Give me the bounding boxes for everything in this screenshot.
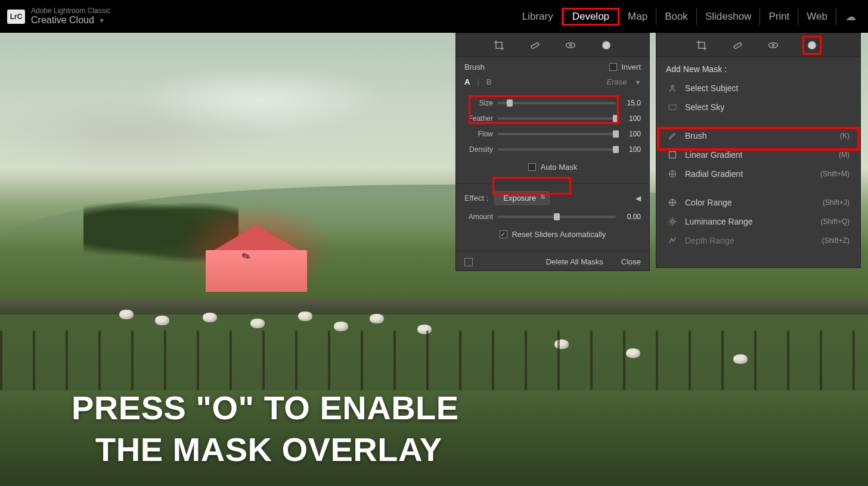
- module-picker: Library Develop Map Book Slideshow Print…: [514, 8, 861, 26]
- crop-icon[interactable]: [492, 39, 506, 52]
- healing-icon[interactable]: [528, 39, 541, 52]
- size-label: Size: [464, 99, 498, 107]
- module-book[interactable]: Book: [656, 8, 697, 25]
- mask-shortcut: (Shift+Q): [821, 217, 850, 226]
- module-print[interactable]: Print: [760, 8, 798, 25]
- density-slider[interactable]: [498, 148, 616, 151]
- panel-switch-icon[interactable]: [464, 258, 473, 266]
- reset-checkbox[interactable]: ✓: [500, 230, 507, 238]
- close-button[interactable]: Close: [621, 257, 641, 266]
- module-slideshow[interactable]: Slideshow: [697, 8, 761, 25]
- brush-icon: [667, 130, 678, 141]
- module-develop[interactable]: Develop: [570, 10, 612, 23]
- automask-label: Auto Mask: [541, 163, 577, 172]
- add-mask-title: Add New Mask :: [656, 57, 860, 79]
- svg-rect-9: [669, 105, 676, 110]
- delete-all-masks-button[interactable]: Delete All Masks: [546, 257, 603, 266]
- automask-checkbox[interactable]: [528, 163, 536, 171]
- masking-icon[interactable]: [600, 39, 613, 52]
- flow-value: 100: [621, 130, 641, 138]
- svg-point-7: [808, 41, 816, 49]
- mask-item-label: Linear Gradient: [685, 150, 743, 160]
- slider-flow-row: Flow 100: [464, 127, 641, 141]
- sky-icon: [667, 102, 678, 113]
- svg-rect-0: [531, 42, 539, 49]
- mask-item-label: Select Subject: [685, 83, 739, 93]
- effect-collapse-icon[interactable]: ◀: [636, 194, 641, 202]
- mask-depth-range: Depth Range (Shift+Z): [656, 231, 860, 250]
- top-bar: LrC Adobe Lightroom Classic Creative Clo…: [0, 0, 868, 33]
- mask-shortcut: (Shift+Z): [822, 236, 850, 245]
- radial-gradient-icon: [667, 169, 678, 179]
- slider-size-row: Size 15.0: [464, 96, 641, 110]
- density-value: 100: [621, 145, 641, 154]
- creative-cloud-menu[interactable]: Creative Cloud ▼: [31, 15, 110, 26]
- mask-color-range[interactable]: Color Range (Shift+J): [656, 193, 860, 212]
- luminance-icon: [667, 216, 678, 227]
- module-web[interactable]: Web: [798, 8, 836, 25]
- module-library[interactable]: Library: [514, 8, 562, 25]
- brush-tab-b[interactable]: B: [486, 77, 492, 86]
- subject-icon: [667, 83, 678, 94]
- healing-icon[interactable]: [731, 39, 744, 52]
- slider-amount-row: Amount 0.00: [464, 210, 641, 224]
- mask-item-label: Radial Gradient: [685, 169, 743, 179]
- crop-icon[interactable]: [695, 39, 708, 52]
- creative-cloud-label: Creative Cloud: [31, 15, 94, 26]
- mask-panel: Add New Mask : Select Subject Select Sky…: [656, 33, 861, 268]
- mask-radial-gradient[interactable]: Radial Gradient (Shift+M): [656, 164, 860, 183]
- density-label: Density: [464, 145, 498, 154]
- mask-linear-gradient[interactable]: Linear Gradient (M): [656, 145, 860, 164]
- svg-point-8: [671, 85, 674, 88]
- cloud-sync-icon[interactable]: ☁: [845, 10, 856, 23]
- instruction-caption: PRESS "O" TO ENABLE THE MASK OVERLAY: [72, 387, 459, 471]
- flow-label: Flow: [464, 130, 498, 138]
- feather-slider[interactable]: [498, 117, 616, 120]
- depth-icon: [667, 235, 678, 246]
- highlight-develop: Develop: [562, 8, 619, 26]
- mask-brush[interactable]: Brush (K): [656, 126, 860, 145]
- svg-rect-4: [733, 42, 742, 49]
- flow-slider[interactable]: [498, 133, 616, 135]
- mask-shortcut: (Shift+J): [823, 198, 850, 207]
- mask-select-subject[interactable]: Select Subject: [656, 79, 860, 98]
- brush-title: Brush: [464, 63, 485, 71]
- amount-label: Amount: [464, 213, 498, 221]
- svg-point-14: [671, 220, 674, 223]
- effect-label: Effect :: [464, 194, 488, 202]
- collapse-icon[interactable]: ▼: [635, 79, 641, 86]
- brush-tab-a[interactable]: A: [464, 77, 470, 86]
- feather-value: 100: [621, 114, 641, 123]
- svg-point-5: [769, 42, 778, 47]
- svg-point-11: [669, 171, 676, 177]
- amount-value: 0.00: [621, 213, 641, 221]
- redeye-icon[interactable]: [564, 39, 577, 52]
- mask-shortcut: (K): [840, 132, 850, 140]
- svg-point-1: [566, 42, 575, 47]
- size-slider[interactable]: [498, 102, 616, 104]
- module-map[interactable]: Map: [619, 8, 656, 25]
- mask-item-label: Luminance Range: [685, 217, 753, 226]
- svg-point-3: [602, 41, 610, 49]
- app-logo: LrC: [7, 10, 25, 24]
- mask-item-label: Brush: [685, 131, 707, 141]
- photo-house: [197, 232, 316, 292]
- amount-slider[interactable]: [498, 216, 616, 218]
- svg-point-6: [772, 44, 774, 46]
- mask-item-label: Color Range: [685, 198, 732, 207]
- invert-label: Invert: [621, 63, 641, 71]
- redeye-icon[interactable]: [767, 39, 780, 52]
- erase-mode[interactable]: Erase: [607, 77, 627, 86]
- mask-select-sky[interactable]: Select Sky: [656, 98, 860, 117]
- svg-point-12: [671, 173, 674, 175]
- app-names: Adobe Lightroom Classic Creative Cloud ▼: [31, 7, 110, 26]
- tool-strip-right: [656, 33, 860, 57]
- svg-rect-10: [669, 152, 676, 158]
- brush-options-panel: Brush Invert A | B Erase ▼ Size 15.0 Fea…: [455, 33, 650, 271]
- masking-icon[interactable]: [805, 39, 819, 52]
- mask-luminance-range[interactable]: Luminance Range (Shift+Q): [656, 212, 860, 231]
- feather-label: Feather: [464, 114, 498, 123]
- linear-gradient-icon: [667, 149, 678, 160]
- effect-dropdown[interactable]: Exposure: [494, 191, 550, 205]
- invert-checkbox[interactable]: [609, 63, 617, 71]
